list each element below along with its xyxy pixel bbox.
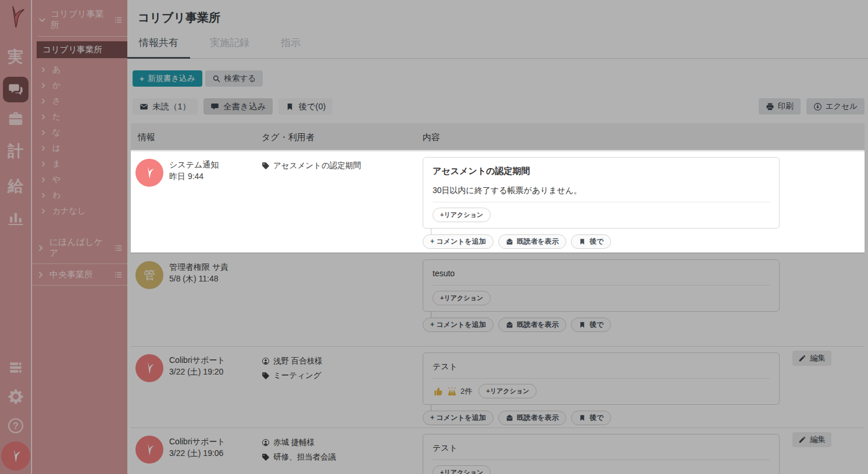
pencil-icon	[798, 354, 806, 362]
sidebar-item-kana-sa[interactable]: さ	[32, 93, 127, 109]
column-header-tags-users: タグ・利用者	[262, 123, 423, 151]
post-card-title: アセスメントの認定期間	[433, 165, 770, 177]
envelope-open-icon	[506, 414, 513, 422]
sidebar-item-kana-ka[interactable]: か	[32, 77, 127, 93]
add-comment-button[interactable]: + コメントを追加	[423, 234, 494, 249]
later-button[interactable]: 後で	[571, 318, 611, 332]
new-post-button[interactable]: + 新規書き込み	[133, 70, 202, 87]
post-actions: + コメントを追加 既読者を表示 後で	[423, 234, 780, 249]
filter-all-posts[interactable]: 全書き込み	[203, 98, 273, 115]
avatar	[135, 159, 163, 187]
avatar: 管	[135, 261, 163, 289]
colibri-account-button[interactable]	[1, 441, 30, 471]
tab-information-sharing[interactable]: 情報共有	[127, 34, 190, 59]
sidebar-item-kana-a[interactable]: あ	[32, 62, 127, 77]
thumbs-up-emoji[interactable]	[433, 386, 444, 397]
chevron-right-icon	[40, 113, 47, 120]
colibri-bird-icon	[143, 361, 156, 375]
post-author: システム通知	[169, 159, 219, 170]
sidebar-item-kana-none[interactable]: カナなし	[32, 203, 127, 219]
stacked-rows-icon[interactable]	[8, 360, 23, 375]
search-button[interactable]: 検索する	[205, 70, 263, 87]
pencil-icon	[798, 436, 806, 444]
show-readers-button[interactable]: 既読者を表示	[498, 318, 566, 332]
excel-export-button[interactable]: エクセル	[806, 98, 865, 115]
chevron-right-icon	[40, 161, 47, 167]
list-menu-icon[interactable]	[114, 270, 123, 279]
bar-chart-icon[interactable]	[7, 209, 24, 227]
bookmark-icon	[578, 321, 586, 329]
list-menu-icon[interactable]	[114, 244, 123, 252]
bookmark-icon	[578, 414, 586, 422]
sidebar-item-kana-ta[interactable]: た	[32, 109, 127, 124]
later-button[interactable]: 後で	[571, 234, 611, 249]
post-author: Colibriサポート	[169, 436, 226, 447]
office-sidebar: コリブリ事業所 コリブリ事業所 あ か さ た な は ま や わ カナなし に…	[32, 0, 127, 474]
tab-bar: 情報共有 実施記録 指示	[127, 34, 868, 59]
chevron-right-icon	[40, 129, 47, 136]
briefcase-icon[interactable]	[7, 111, 24, 128]
show-readers-button[interactable]: 既読者を表示	[498, 411, 566, 425]
avatar	[135, 436, 163, 464]
rail-item-benefit[interactable]: 給	[8, 176, 23, 197]
divider	[433, 285, 770, 286]
gear-icon[interactable]	[7, 388, 24, 405]
main-content: コリブリ事業所 情報共有 実施記録 指示 + 新規書き込み 検索する 未読（1）	[127, 0, 868, 474]
tab-instructions[interactable]: 指示	[269, 34, 312, 59]
chevron-right-icon	[40, 208, 47, 215]
divider	[433, 202, 770, 202]
bookmark-icon	[578, 238, 586, 245]
sidebar-item-selected-office[interactable]: コリブリ事業所	[37, 41, 127, 58]
tab-execution-records[interactable]: 実施記録	[198, 34, 261, 59]
user-item: 赤城 捷輔様	[262, 437, 423, 448]
edit-button[interactable]: 編集	[792, 432, 831, 447]
sidebar-item-kana-na[interactable]: な	[32, 124, 127, 140]
envelope-icon	[140, 102, 148, 111]
rail-item-plan[interactable]: 計	[8, 141, 23, 162]
envelope-open-icon	[506, 238, 513, 245]
table-header: 情報 タグ・利用者 内容	[131, 123, 865, 151]
post-author: 管理者権限 サ責	[169, 262, 228, 273]
add-reaction-button[interactable]: +リアクション	[433, 208, 491, 222]
colibri-logo-icon	[4, 5, 27, 29]
add-comment-button[interactable]: + コメントを追加	[423, 411, 494, 425]
envelope-open-icon	[506, 321, 513, 329]
filter-later[interactable]: 後で(0)	[278, 98, 333, 115]
post-author: Colibriサポート	[169, 355, 226, 366]
list-menu-icon[interactable]	[114, 16, 123, 24]
column-header-info: 情報	[131, 123, 262, 151]
table-row-support-post-2[interactable]: Colibriサポート 3/22 (土) 19:06 赤城 捷輔様	[131, 428, 865, 474]
add-reaction-button[interactable]: +リアクション	[433, 465, 491, 474]
help-icon[interactable]: ?	[7, 417, 24, 434]
post-time: 3/22 (土) 19:06	[169, 448, 226, 459]
download-circle-icon	[813, 102, 822, 111]
rail-item-messages-active[interactable]	[3, 77, 28, 102]
later-button[interactable]: 後で	[571, 411, 611, 425]
raised-hands-emoji[interactable]	[446, 386, 458, 397]
table-row-admin-post[interactable]: 管 管理者権限 サ責 5/8 (木) 11:48 tesuto +リアクション …	[131, 254, 865, 347]
chevron-down-icon	[38, 16, 47, 24]
table-row-support-post-1[interactable]: Colibriサポート 3/22 (土) 19:20 浅野 百合枝様	[131, 347, 865, 428]
add-reaction-button[interactable]: +リアクション	[433, 291, 491, 305]
sidebar-item-kana-ha[interactable]: は	[32, 140, 127, 156]
sidebar-item-office-nihonbashi[interactable]: にほんばしケア	[32, 231, 127, 264]
rail-item-records[interactable]: 実	[8, 47, 23, 67]
print-button[interactable]: 印刷	[759, 98, 801, 115]
post-time: 昨日 9:44	[169, 172, 219, 182]
kana-group-list: あ か さ た な は ま や わ カナなし	[32, 62, 127, 219]
divider	[38, 36, 127, 37]
sidebar-item-kana-wa[interactable]: わ	[32, 187, 127, 203]
post-card-body: tesuto	[433, 268, 770, 279]
sidebar-item-kana-ma[interactable]: ま	[32, 156, 127, 172]
sidebar-item-kana-ya[interactable]: や	[32, 172, 127, 187]
filter-unread[interactable]: 未読（1）	[133, 98, 198, 115]
add-comment-button[interactable]: + コメントを追加	[423, 318, 494, 332]
table-row-system-notice[interactable]: システム通知 昨日 9:44 アセスメントの認定期間 アセスメントの認定期間 3…	[131, 151, 865, 254]
chevron-right-icon	[40, 176, 47, 183]
office-section-header[interactable]: コリブリ事業所	[32, 0, 127, 31]
add-reaction-button[interactable]: +リアクション	[478, 384, 537, 398]
show-readers-button[interactable]: 既読者を表示	[498, 234, 566, 249]
tag-icon	[262, 162, 270, 170]
edit-button[interactable]: 編集	[792, 351, 831, 366]
sidebar-item-office-chuo[interactable]: 中央事業所	[32, 264, 127, 286]
